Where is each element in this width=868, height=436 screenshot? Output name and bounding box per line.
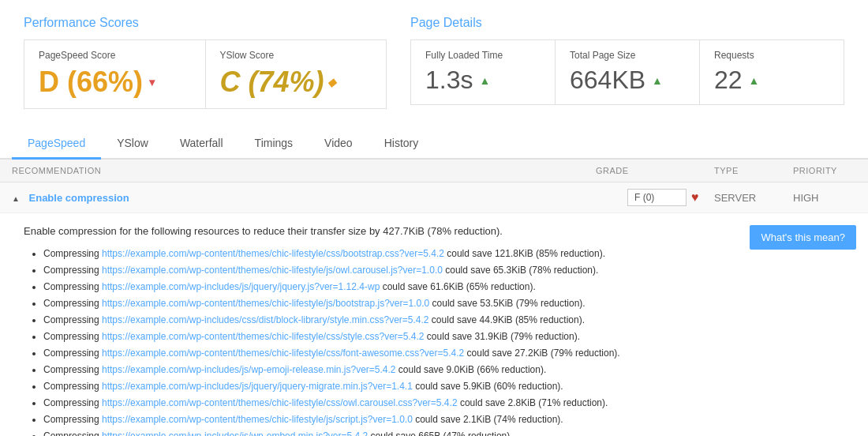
resource-link[interactable]: https://example.com/wp-content/themes/ch…: [102, 348, 464, 359]
fully-loaded-value: 1.3s ▲: [425, 66, 541, 95]
total-page-size-card: Total Page Size 664KB ▲: [556, 40, 700, 104]
pagespeed-grade: D (66%): [39, 66, 143, 99]
yslow-score-card: YSlow Score C (74%) ◆: [206, 40, 387, 108]
col-type-header: TYPE: [714, 166, 793, 175]
col-priority-header: PRIORITY: [793, 166, 856, 175]
pagespeed-score-value: D (66%) ▾: [39, 66, 191, 99]
fully-loaded-card: Fully Loaded Time 1.3s ▲: [411, 40, 556, 104]
yslow-diamond-icon[interactable]: ◆: [327, 76, 336, 88]
total-page-size-label: Total Page Size: [570, 50, 685, 61]
tabs-section: PageSpeed YSlow Waterfall Timings Video …: [0, 129, 868, 160]
pagespeed-score-label: PageSpeed Score: [39, 50, 191, 61]
list-item: Compressing https://example.com/wp-inclu…: [43, 363, 844, 377]
fully-loaded-number: 1.3s: [425, 66, 473, 95]
resource-link[interactable]: https://example.com/wp-includes/js/jquer…: [102, 281, 380, 292]
list-item: Compressing https://example.com/wp-conte…: [43, 329, 844, 344]
recommendation-row: ▲ Enable compression ♥ SERVER HIGH: [0, 182, 868, 213]
priority-value: HIGH: [793, 192, 856, 204]
yslow-grade: C (74%): [220, 66, 324, 99]
requests-value: 22 ▲: [714, 66, 829, 95]
grade-input[interactable]: [627, 189, 687, 206]
list-item: Compressing https://example.com/wp-conte…: [43, 396, 844, 410]
fully-loaded-arrow-icon: ▲: [479, 74, 490, 87]
col-grade-header: GRADE: [596, 166, 714, 175]
requests-card: Requests 22 ▲: [700, 40, 844, 104]
resource-link[interactable]: https://example.com/wp-content/themes/ch…: [102, 248, 444, 259]
recommendation-label: ▲ Enable compression: [12, 192, 627, 204]
list-item: Compressing https://example.com/wp-inclu…: [43, 313, 844, 327]
tab-waterfall[interactable]: Waterfall: [164, 129, 239, 160]
performance-scores-title: Performance Scores: [24, 16, 387, 30]
list-item: Compressing https://example.com/wp-conte…: [43, 346, 844, 360]
col-recommendation-header: RECOMMENDATION: [12, 166, 596, 175]
scores-grid: PageSpeed Score D (66%) ▾ YSlow Score C …: [24, 39, 387, 109]
requests-arrow-icon: ▲: [749, 74, 760, 87]
yslow-score-value: C (74%) ◆: [220, 66, 372, 99]
content-section: Enable compression for the following res…: [0, 213, 868, 436]
resource-link[interactable]: https://example.com/wp-content/themes/ch…: [102, 414, 413, 425]
main-description: Enable compression for the following res…: [24, 225, 844, 237]
recommendation-title: Enable compression: [29, 192, 129, 204]
resource-link[interactable]: https://example.com/wp-content/themes/ch…: [102, 265, 443, 276]
resource-link[interactable]: https://example.com/wp-content/themes/ch…: [102, 397, 458, 408]
list-item: Compressing https://example.com/wp-inclu…: [43, 429, 844, 436]
resource-link[interactable]: https://example.com/wp-content/themes/ch…: [102, 298, 429, 309]
resource-list: Compressing https://example.com/wp-conte…: [24, 246, 844, 436]
resource-link[interactable]: https://example.com/wp-includes/js/wp-em…: [102, 364, 396, 375]
list-item: Compressing https://example.com/wp-inclu…: [43, 280, 844, 294]
tab-yslow[interactable]: YSlow: [101, 129, 164, 160]
performance-scores-section: Performance Scores PageSpeed Score D (66…: [12, 8, 398, 117]
triangle-expand-icon[interactable]: ▲: [12, 194, 20, 203]
tab-pagespeed[interactable]: PageSpeed: [12, 129, 101, 160]
requests-label: Requests: [714, 50, 829, 61]
tabs-container: PageSpeed YSlow Waterfall Timings Video …: [12, 129, 856, 158]
total-page-size-arrow-icon: ▲: [652, 74, 663, 87]
details-grid: Fully Loaded Time 1.3s ▲ Total Page Size…: [410, 39, 844, 105]
page-details-section: Page Details Fully Loaded Time 1.3s ▲ To…: [398, 8, 856, 117]
grade-arrow-down-icon[interactable]: ♥: [691, 190, 699, 205]
resource-link[interactable]: https://example.com/wp-includes/js/jquer…: [102, 381, 413, 392]
total-page-size-value: 664KB ▲: [570, 66, 685, 95]
pagespeed-arrow-icon[interactable]: ▾: [149, 76, 155, 88]
fully-loaded-label: Fully Loaded Time: [425, 50, 541, 61]
page-details-title: Page Details: [410, 16, 844, 30]
list-item: Compressing https://example.com/wp-conte…: [43, 246, 844, 261]
tab-video[interactable]: Video: [309, 129, 369, 160]
type-value: SERVER: [714, 192, 793, 204]
resource-link[interactable]: https://example.com/wp-includes/css/dist…: [102, 314, 429, 325]
table-header: RECOMMENDATION GRADE TYPE PRIORITY: [0, 160, 868, 182]
list-item: Compressing https://example.com/wp-conte…: [43, 296, 844, 310]
total-page-size-number: 664KB: [570, 66, 645, 95]
list-item: Compressing https://example.com/wp-conte…: [43, 412, 844, 427]
requests-number: 22: [714, 66, 743, 95]
pagespeed-score-card: PageSpeed Score D (66%) ▾: [24, 40, 206, 108]
resource-link[interactable]: https://example.com/wp-content/themes/ch…: [102, 331, 425, 342]
yslow-score-label: YSlow Score: [220, 50, 372, 61]
whats-this-button[interactable]: What's this mean?: [750, 225, 856, 250]
list-item: Compressing https://example.com/wp-conte…: [43, 263, 844, 277]
tab-timings[interactable]: Timings: [239, 129, 309, 160]
grade-badge: ♥: [627, 189, 714, 206]
list-item: Compressing https://example.com/wp-inclu…: [43, 379, 844, 393]
tab-history[interactable]: History: [369, 129, 435, 160]
resource-link[interactable]: https://example.com/wp-includes/js/wp-em…: [102, 430, 368, 436]
